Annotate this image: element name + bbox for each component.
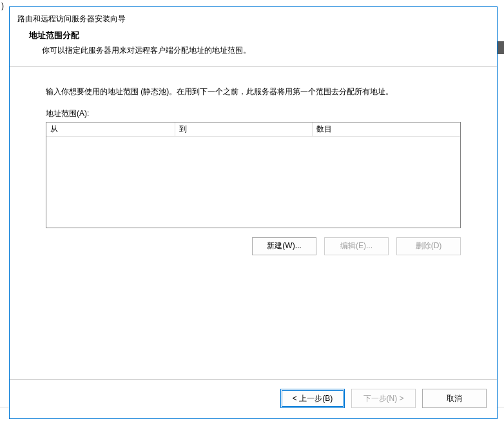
listview-rows[interactable] [46,137,460,228]
listview-header: 从 到 数目 [46,122,460,137]
back-button[interactable]: < 上一步(B) [280,389,345,408]
dialog-footer: < 上一步(B) 下一步(N) > 取消 [10,379,497,418]
page-heading: 地址范围分配 [29,30,489,41]
instruction-text: 输入你想要使用的地址范围 (静态池)。在用到下一个之前，此服务器将用第一个范围去… [46,85,461,99]
background-fragment: ) [0,0,5,12]
new-button[interactable]: 新建(W)... [252,237,316,255]
cancel-button[interactable]: 取消 [422,389,487,408]
list-button-row: 新建(W)... 编辑(E)... 删除(D) [46,237,461,255]
next-button: 下一步(N) > [351,389,416,408]
edit-button: 编辑(E)... [324,237,389,255]
dialog-body: 输入你想要使用的地址范围 (静态池)。在用到下一个之前，此服务器将用第一个范围去… [10,67,497,379]
dialog-title: 路由和远程访问服务器安装向导 [10,7,497,30]
dialog-header: 地址范围分配 你可以指定此服务器用来对远程客户端分配地址的地址范围。 [10,30,497,67]
address-range-listview[interactable]: 从 到 数目 [46,122,461,228]
column-header-from[interactable]: 从 [46,122,175,137]
delete-button: 删除(D) [396,237,461,255]
column-header-count[interactable]: 数目 [313,122,460,137]
wizard-dialog: 路由和远程访问服务器安装向导 地址范围分配 你可以指定此服务器用来对远程客户端分… [9,6,498,419]
page-subheading: 你可以指定此服务器用来对远程客户端分配地址的地址范围。 [29,45,489,56]
listview-label: 地址范围(A): [46,108,461,119]
column-header-to[interactable]: 到 [175,122,313,137]
